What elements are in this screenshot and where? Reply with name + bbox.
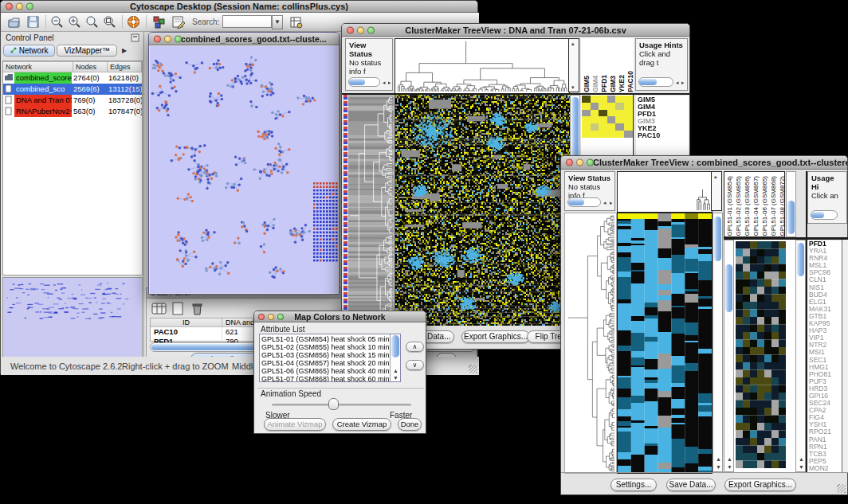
column-label[interactable]: YKE2 <box>618 75 626 92</box>
speed-slider-thumb[interactable] <box>328 398 339 410</box>
matrix-cell[interactable] <box>599 96 607 103</box>
gene-label[interactable]: MON2 <box>809 465 842 472</box>
column-label[interactable]: PAC10 <box>626 71 634 92</box>
minimize-icon[interactable] <box>164 35 171 42</box>
minimize-icon[interactable] <box>357 26 364 33</box>
row-label[interactable]: PAC10 <box>638 132 687 139</box>
attribute-list-item[interactable]: GPL51-04 (GSM857) heat shock 20 min <box>261 359 398 367</box>
tv1-zoom-matrix[interactable] <box>582 96 633 138</box>
matrix-cell[interactable] <box>615 131 624 138</box>
search-input[interactable] <box>222 15 272 28</box>
matrix-cell[interactable] <box>582 103 591 110</box>
matrix-cell[interactable] <box>591 116 599 123</box>
zoom-in-icon[interactable] <box>68 15 82 29</box>
tv2-row-dendrogram[interactable] <box>564 213 617 474</box>
attribute-list-item[interactable]: GPL51-01 (GSM854) heat shock 05 min <box>261 335 398 343</box>
done-button[interactable]: Done <box>398 418 422 431</box>
column-label[interactable]: GPL51-02 (GSM855) <box>735 176 743 236</box>
treeview1-titlebar[interactable]: ClusterMaker TreeView : DNA and Tran 07-… <box>342 24 689 37</box>
attribute-list-item[interactable]: GPL51-03 (GSM856) heat shock 15 min <box>261 351 398 359</box>
tv2-collabel-vscrollbar[interactable] <box>786 171 796 237</box>
zoom-selected-icon[interactable] <box>103 15 117 29</box>
matrix-cell[interactable] <box>615 96 624 103</box>
column-label[interactable]: PFD1 <box>600 75 608 92</box>
matrix-cell[interactable] <box>615 110 624 117</box>
attribute-list-item[interactable]: GPL51-06 (GSM865) heat shock 40 min <box>261 367 398 375</box>
export-graphics--button[interactable]: Export Graphics... <box>724 479 796 491</box>
network-graph-canvas[interactable] <box>150 46 338 293</box>
matrix-cell[interactable] <box>591 131 599 138</box>
tv1-column-dendrogram[interactable] <box>395 38 570 94</box>
attribute-select-icon[interactable] <box>151 302 167 316</box>
matrix-cell[interactable] <box>624 96 633 103</box>
attribute-listbox[interactable]: GPL51-01 (GSM854) heat shock 05 minGPL51… <box>259 334 401 382</box>
column-label[interactable]: GPL51-06 (GSM865) <box>761 176 769 236</box>
matrix-cell[interactable] <box>624 103 633 110</box>
matrix-cell[interactable] <box>582 116 591 123</box>
minimize-icon[interactable] <box>16 3 23 10</box>
network-row[interactable]: combined_sco2569(6)13112(15) <box>3 84 142 95</box>
close-icon[interactable] <box>258 314 265 320</box>
network-row[interactable]: DNA and Tran 07769(0)183728(0) <box>3 95 142 106</box>
tv2-column-dendrogram[interactable] <box>617 171 713 213</box>
resize-grip[interactable] <box>837 484 846 493</box>
column-label[interactable]: GIM5 <box>583 76 591 92</box>
treeview2-titlebar[interactable]: ClusterMaker TreeView : combined_scores_… <box>561 156 847 170</box>
network-row[interactable]: RNAPuberNov2+563(0)107847(0) <box>3 106 142 117</box>
matrix-cell[interactable] <box>591 123 599 131</box>
matrix-cell[interactable] <box>624 123 633 131</box>
matrix-cell[interactable] <box>599 110 607 117</box>
attribute-list-vscrollbar[interactable]: ▲▼ <box>390 334 400 381</box>
column-label[interactable]: GPL51-08 (GSM872) <box>779 176 785 236</box>
birdseye-view-canvas[interactable] <box>3 278 142 361</box>
matrix-cell[interactable] <box>615 116 624 123</box>
search-dropdown-button[interactable]: ▼ <box>272 15 283 29</box>
main-titlebar[interactable]: Cytoscape Desktop (Session Name: collins… <box>1 1 477 13</box>
column-label[interactable]: GPL51-01 (GSM854) <box>726 176 734 236</box>
attribute-list-item[interactable]: GPL51-02 (GSM855) heat shock 10 min <box>261 343 398 351</box>
zoom-out-icon[interactable] <box>50 15 65 29</box>
tabs-overflow-arrow[interactable]: ▶ <box>122 47 127 54</box>
matrix-cell[interactable] <box>607 96 616 103</box>
tv1-hints-hscrollbar[interactable] <box>638 77 673 87</box>
tv2-col-scroll-strip[interactable]: ▴ <box>711 171 722 211</box>
matrix-cell[interactable] <box>599 131 607 138</box>
tv2-zoom-heatmap-canvas[interactable] <box>736 241 786 468</box>
attribute-list-item[interactable]: GPL51-07 (GSM868) heat shock 60 min <box>261 375 398 382</box>
tv2-genelist-vscrollbar[interactable]: ▲▼ <box>795 240 806 472</box>
minimize-icon[interactable] <box>268 314 274 320</box>
matrix-cell[interactable] <box>624 131 633 138</box>
settings--button[interactable]: Settings... <box>610 479 657 491</box>
matrix-cell[interactable] <box>607 116 616 123</box>
zoom-window-icon[interactable] <box>367 26 375 33</box>
zoom-window-icon[interactable] <box>277 314 284 320</box>
close-icon[interactable] <box>6 3 13 10</box>
matrix-cell[interactable] <box>615 123 624 131</box>
speed-slider-track[interactable] <box>272 404 411 406</box>
window-controls[interactable] <box>6 3 33 10</box>
id-column-header[interactable]: ID <box>151 318 222 326</box>
matrix-cell[interactable] <box>607 131 616 138</box>
matrix-cell[interactable] <box>607 110 616 117</box>
save-icon[interactable] <box>26 15 41 29</box>
col-nodes[interactable]: Nodes <box>73 61 108 72</box>
dialog-titlebar[interactable]: Map Colors to Network <box>254 311 426 322</box>
col-edges[interactable]: Edges <box>108 61 142 72</box>
column-label[interactable]: GPL51-03 (GSM856) <box>744 176 752 236</box>
matrix-cell[interactable] <box>591 96 599 103</box>
column-label[interactable]: GIM4 <box>591 76 599 92</box>
matrix-cell[interactable] <box>624 116 633 123</box>
move-down-button[interactable]: ∨ <box>406 360 424 370</box>
matrix-cell[interactable] <box>624 110 633 117</box>
annotation-icon[interactable] <box>171 15 186 29</box>
column-label[interactable]: GIM3 <box>609 76 617 92</box>
matrix-cell[interactable] <box>607 103 616 110</box>
new-attribute-icon[interactable] <box>171 302 186 316</box>
matrix-cell[interactable] <box>591 103 599 110</box>
move-up-button[interactable]: ∧ <box>406 342 424 352</box>
matrix-cell[interactable] <box>599 123 607 131</box>
zoom-window-icon[interactable] <box>175 35 182 42</box>
tab-network[interactable]: Network <box>3 45 55 57</box>
tv1-col-scroll-strip[interactable]: ▴▾ <box>568 38 579 92</box>
export-graphics--button[interactable]: Export Graphics... <box>461 330 530 343</box>
